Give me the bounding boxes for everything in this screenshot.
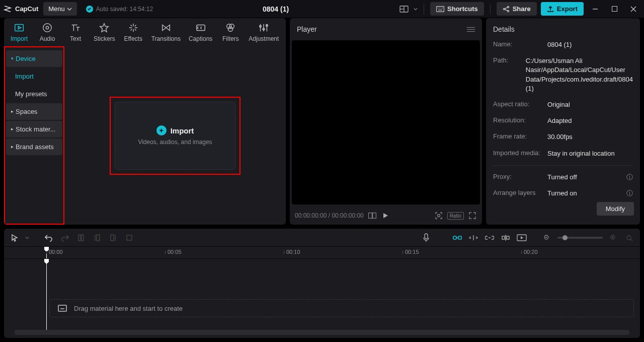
auto-cut-icon[interactable] — [468, 232, 479, 243]
chevron-down-icon[interactable] — [414, 7, 418, 11]
svg-rect-32 — [372, 213, 376, 219]
share-button[interactable]: Share — [497, 2, 537, 16]
detail-proxy: Proxy:Turned offⓘ — [493, 173, 633, 182]
timeline-toolbar — [4, 229, 640, 247]
zoom-out-icon[interactable] — [541, 232, 552, 243]
share-icon — [503, 6, 510, 13]
svg-point-20 — [46, 26, 49, 29]
magnet-icon[interactable] — [452, 232, 463, 243]
app-brand: CapCut — [3, 5, 38, 14]
svg-rect-49 — [507, 236, 509, 239]
tab-effects[interactable]: Effects — [119, 21, 147, 46]
autosave-text: Auto saved: 14:54:12 — [96, 6, 153, 13]
tab-adjustment[interactable]: Adjustment — [245, 21, 283, 46]
undo-icon[interactable] — [43, 232, 54, 243]
align-icon[interactable] — [500, 232, 511, 243]
detail-fps: Frame rate:30.00fps — [493, 132, 633, 142]
timeline-ruler[interactable]: 00:00 00:05 00:10 00:15 00:20 — [4, 247, 640, 259]
track-drop-hint[interactable]: Drag material here and start to create — [49, 299, 634, 317]
split-icon[interactable] — [75, 232, 87, 243]
player-menu-icon[interactable] — [467, 27, 475, 32]
tab-label: Transitions — [151, 35, 181, 42]
svg-line-13 — [505, 9, 507, 11]
tab-captions[interactable]: Captions — [185, 21, 216, 46]
tab-filters[interactable]: Filters — [216, 21, 245, 46]
sidebar-item-stock[interactable]: ▸Stock mater... — [6, 121, 62, 138]
info-icon[interactable]: ⓘ — [626, 173, 633, 182]
redo-icon[interactable] — [59, 232, 70, 243]
divider — [493, 165, 633, 166]
crop-icon[interactable] — [124, 232, 135, 243]
scrollbar-thumb[interactable] — [14, 330, 630, 335]
audio-icon — [42, 22, 53, 33]
film-icon — [14, 22, 25, 33]
preview-icon[interactable] — [516, 232, 527, 243]
zoom-in-icon[interactable] — [608, 232, 619, 243]
tab-import[interactable]: Import — [5, 21, 33, 46]
compare-icon[interactable] — [368, 211, 377, 220]
titlebar-right: Shortcuts Share Export — [398, 2, 641, 17]
play-button[interactable] — [381, 211, 390, 220]
svg-point-24 — [228, 27, 233, 31]
svg-rect-17 — [15, 25, 24, 31]
layout-icon[interactable] — [398, 4, 410, 15]
sidebar-item-presets[interactable]: My presets — [6, 86, 62, 102]
link-icon[interactable] — [484, 232, 495, 243]
svg-point-11 — [507, 10, 509, 12]
tab-label: Captions — [189, 35, 212, 42]
text-icon — [70, 22, 81, 33]
tab-stickers[interactable]: Stickers — [90, 21, 119, 46]
modify-button[interactable]: Modify — [597, 202, 634, 216]
chevron-down-icon[interactable] — [25, 236, 29, 240]
check-icon — [86, 6, 93, 13]
mic-icon[interactable] — [421, 232, 432, 243]
sidebar-item-spaces[interactable]: ▸Spaces — [6, 103, 62, 120]
sidebar-item-label: Device — [16, 55, 36, 62]
tab-label: Import — [11, 35, 28, 42]
window-maximize[interactable] — [607, 2, 622, 17]
fullscreen-icon[interactable] — [468, 211, 477, 220]
pointer-tool-icon[interactable] — [9, 232, 20, 243]
export-icon — [547, 6, 554, 13]
ruler-mark: 00:05 — [165, 249, 182, 255]
divider — [424, 4, 424, 15]
filmstrip-icon — [58, 305, 67, 312]
tab-text[interactable]: Text — [61, 21, 90, 46]
svg-point-9 — [503, 8, 505, 10]
playhead-line[interactable] — [46, 259, 47, 330]
svg-marker-33 — [383, 213, 388, 218]
caret-right-icon: ▸ — [11, 126, 14, 131]
slider-thumb[interactable] — [562, 235, 568, 240]
menu-button[interactable]: Menu — [43, 2, 77, 16]
sidebar-item-brand[interactable]: ▸Brand assets — [6, 139, 62, 155]
sidebar-item-device[interactable]: ▾Device — [6, 50, 62, 67]
tab-transitions[interactable]: Transitions — [147, 21, 185, 46]
export-button[interactable]: Export — [541, 2, 584, 16]
zoom-slider[interactable] — [557, 237, 603, 239]
info-icon[interactable]: ⓘ — [626, 189, 633, 198]
sidebar-item-label: Spaces — [16, 108, 37, 115]
keyboard-icon — [436, 6, 444, 12]
ratio-button[interactable]: Ratio — [447, 212, 464, 220]
player-viewport[interactable] — [292, 40, 480, 204]
shortcuts-button[interactable]: Shortcuts — [430, 2, 484, 16]
window-minimize[interactable] — [588, 2, 603, 17]
fit-icon[interactable] — [624, 232, 635, 243]
detail-resolution: Resolution:Adapted — [493, 116, 633, 125]
player-controls: 00:00:00:00 / 00:00:00:00 Ratio — [290, 207, 482, 225]
svg-rect-42 — [425, 234, 428, 239]
import-dropzone[interactable]: + Import Videos, audios, and images — [115, 102, 235, 170]
window-close[interactable] — [626, 2, 641, 17]
detail-imported: Imported media:Stay in original location — [493, 149, 633, 158]
timeline-scrollbar[interactable] — [14, 330, 630, 335]
tab-audio[interactable]: Audio — [33, 21, 61, 46]
trim-right-icon[interactable] — [108, 232, 119, 243]
sidebar-item-import[interactable]: Import — [6, 68, 62, 85]
timeline-tracks[interactable]: Drag material here and start to create — [4, 259, 640, 330]
document-title: 0804 (1) — [153, 5, 398, 13]
sidebar-item-label: My presets — [15, 90, 47, 98]
focus-icon[interactable] — [434, 211, 443, 220]
brand-name: CapCut — [15, 5, 38, 13]
captions-icon — [195, 22, 206, 33]
trim-left-icon[interactable] — [92, 232, 103, 243]
